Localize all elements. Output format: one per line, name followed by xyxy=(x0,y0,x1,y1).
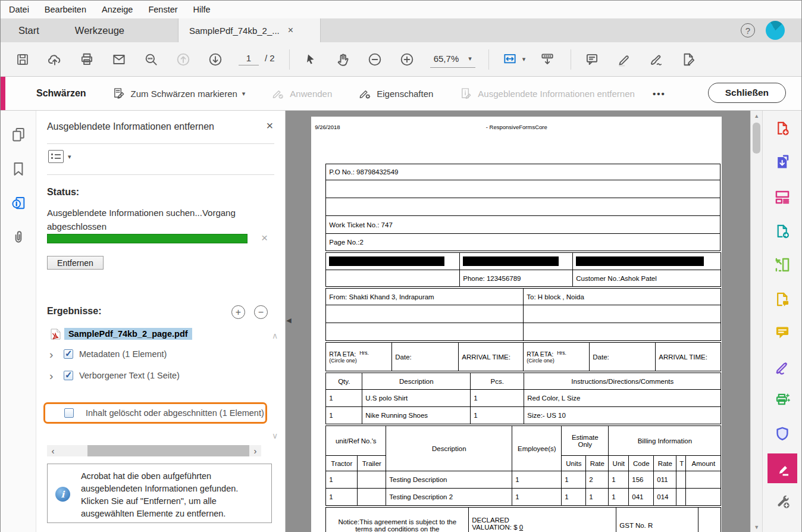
menu-hilfe[interactable]: Hilfe xyxy=(193,5,211,14)
panel-options-button[interactable]: ▾ xyxy=(48,150,71,163)
close-redact-button[interactable]: Schließen xyxy=(708,83,786,103)
bookmarks-icon[interactable] xyxy=(10,161,27,177)
menu-fenster[interactable]: Fenster xyxy=(148,5,177,14)
fill-sign-icon[interactable] xyxy=(679,51,697,68)
tab-werkzeuge[interactable]: Werkzeuge xyxy=(57,18,142,42)
create-pdf-icon[interactable] xyxy=(774,120,791,137)
fit-width-icon[interactable] xyxy=(501,51,519,68)
scrollbar-thumb[interactable] xyxy=(87,445,249,456)
empty-cell xyxy=(524,323,721,341)
result-item-metadata[interactable]: › Metadaten (1 Element) xyxy=(49,345,285,363)
arrival-time-cell: ARRIVAL TIME: xyxy=(656,343,721,371)
highlighted-result-item-deleted-content[interactable]: Inhalt gelöscht oder abgeschnitten (1 El… xyxy=(43,402,267,424)
checkbox-checked-icon[interactable] xyxy=(64,349,73,359)
tree-scroll-down-icon[interactable]: ∨ xyxy=(272,431,278,440)
redact-tool-active-tile[interactable] xyxy=(767,453,797,483)
scroll-left-icon[interactable]: ‹ xyxy=(47,446,59,456)
organize-pages-icon[interactable] xyxy=(774,256,791,273)
right-tools-rail xyxy=(762,111,801,532)
highlight-icon[interactable] xyxy=(615,51,633,68)
scrollbar-track[interactable] xyxy=(59,445,249,456)
fill-sign-tool-icon[interactable] xyxy=(774,358,791,375)
print-icon[interactable] xyxy=(78,51,96,68)
expander-icon[interactable]: › xyxy=(49,370,61,381)
export-pdf-icon[interactable] xyxy=(774,154,791,171)
menubar: Datei Bearbeiten Anzeige Fenster Hilfe xyxy=(1,1,801,18)
request-comments-icon[interactable] xyxy=(774,291,791,308)
document-viewport: ◀ 9/26/2018 - ResponsiveFormsCore P.O No… xyxy=(286,111,762,532)
toolbar-divider xyxy=(289,49,290,70)
scroll-right-icon[interactable]: › xyxy=(249,446,261,456)
tab-document[interactable]: SamplePdf_74kb_2_... × xyxy=(178,18,321,42)
more-options-icon[interactable]: ••• xyxy=(653,89,666,99)
horizontal-scrollbar[interactable]: ‹ › xyxy=(47,445,261,456)
arrival-time-cell: ARRIVAL TIME: xyxy=(459,343,524,371)
redaction-bar xyxy=(463,256,559,266)
more-tools-icon[interactable] xyxy=(774,493,791,509)
scrollbar-thumb[interactable] xyxy=(753,123,760,154)
zoom-out-icon[interactable] xyxy=(366,51,384,68)
chevron-down-icon: ▾ xyxy=(468,55,472,62)
comment-icon[interactable] xyxy=(583,51,601,68)
tree-scroll-up-icon[interactable]: ∧ xyxy=(272,331,278,340)
hidden-information-panel-icon[interactable] xyxy=(10,195,27,212)
previous-page-icon[interactable] xyxy=(174,51,192,68)
divider xyxy=(47,174,274,175)
empty-cell xyxy=(326,270,460,287)
close-tab-icon[interactable]: × xyxy=(288,25,293,36)
scroll-up-icon[interactable]: ▲ xyxy=(751,113,762,119)
panel-close-icon[interactable]: × xyxy=(267,119,274,133)
chevron-down-icon[interactable]: ▾ xyxy=(522,55,526,63)
remove-button[interactable]: Entfernen xyxy=(47,256,104,270)
avatar[interactable] xyxy=(766,21,785,40)
redaction-properties-button[interactable]: Eigenschaften xyxy=(358,87,433,101)
help-icon[interactable]: ? xyxy=(741,23,755,37)
sign-icon[interactable] xyxy=(647,51,665,68)
expand-all-icon[interactable]: + xyxy=(231,305,245,319)
cancel-progress-icon[interactable]: × xyxy=(261,231,268,245)
search-icon[interactable] xyxy=(142,51,160,68)
billing-subheader: Amount xyxy=(686,456,721,471)
info-box: i Acrobat hat die oben aufgeführten ausg… xyxy=(47,464,272,523)
select-tool-icon[interactable] xyxy=(302,51,319,68)
pdf-page[interactable]: 9/26/2018 - ResponsiveFormsCore P.O No.:… xyxy=(311,117,722,532)
menu-datei[interactable]: Datei xyxy=(9,5,29,14)
page-thumbnails-icon[interactable] xyxy=(10,126,27,143)
results-label: Ergebnisse: xyxy=(47,306,102,317)
result-item-hidden-text[interactable]: › Verborgener Text (1 Seite) xyxy=(49,367,285,384)
share-pdf-icon[interactable] xyxy=(774,223,791,240)
zoom-in-icon[interactable] xyxy=(398,51,416,68)
cloud-upload-icon[interactable] xyxy=(46,51,64,68)
result-file-row[interactable]: SamplePdf_74kb_2_page.pdf xyxy=(51,326,285,342)
protect-icon[interactable] xyxy=(774,425,791,442)
document-scrollbar[interactable]: ▲ ▼ xyxy=(750,111,762,532)
comment-tool-icon[interactable] xyxy=(774,324,791,341)
pdf-file-icon xyxy=(51,328,61,340)
scroll-down-icon[interactable]: ▼ xyxy=(751,524,762,530)
hand-tool-icon[interactable] xyxy=(334,51,352,68)
result-file-name: SamplePdf_74kb_2_page.pdf xyxy=(64,328,192,340)
mark-for-redaction-button[interactable]: Zum Schwärzen markieren ▾ xyxy=(112,87,246,101)
collapse-panel-icon[interactable]: ◀ xyxy=(286,317,291,324)
email-icon[interactable] xyxy=(110,51,128,68)
next-page-icon[interactable] xyxy=(206,51,224,68)
tab-start[interactable]: Start xyxy=(1,18,57,42)
edit-pdf-icon[interactable] xyxy=(774,189,791,205)
checkbox-unchecked-icon[interactable] xyxy=(64,408,74,418)
panel-title: Ausgeblendete Informationen entfernen xyxy=(47,121,214,132)
checkbox-checked-icon[interactable] xyxy=(64,371,73,380)
scrolling-mode-icon[interactable] xyxy=(538,51,556,68)
scan-ocr-icon[interactable] xyxy=(774,392,791,409)
attachments-icon[interactable] xyxy=(10,229,27,245)
menu-bearbeiten[interactable]: Bearbeiten xyxy=(45,5,86,14)
hidden-info-icon xyxy=(459,87,473,101)
page-number-control: 1 / 2 xyxy=(239,53,275,65)
acrobat-window: Datei Bearbeiten Anzeige Fenster Hilfe S… xyxy=(0,0,802,532)
redacted-cell xyxy=(326,253,460,270)
menu-anzeige[interactable]: Anzeige xyxy=(102,5,133,14)
zoom-level-control[interactable]: 65,7% ▾ xyxy=(430,51,475,68)
save-icon[interactable] xyxy=(14,51,32,68)
collapse-all-icon[interactable]: − xyxy=(254,305,268,319)
expander-icon[interactable]: › xyxy=(49,349,61,360)
page-number-input[interactable]: 1 xyxy=(239,53,259,65)
